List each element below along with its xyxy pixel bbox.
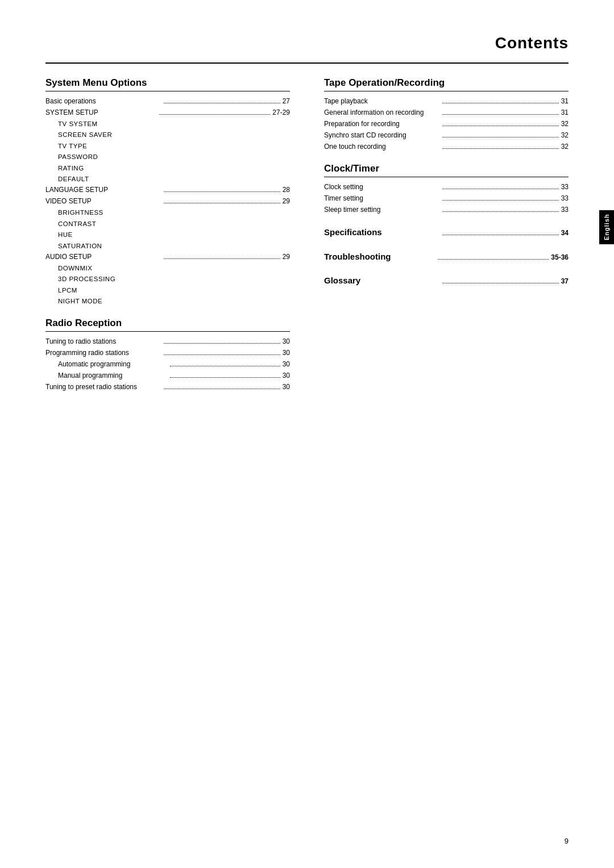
toc-entry-basic-operations: Basic operations 27 bbox=[45, 96, 290, 106]
toc-entry-audio-setup: AUDIO SETUP 29 bbox=[45, 252, 290, 262]
indent-contrast: CONTRAST bbox=[45, 219, 290, 229]
top-divider bbox=[45, 62, 569, 64]
indent-night-mode: NIGHT MODE bbox=[45, 296, 290, 306]
toc-entry-tuning-to-radio: Tuning to radio stations 30 bbox=[45, 336, 290, 347]
toc-entry-automatic-programming: Automatic programming 30 bbox=[45, 359, 290, 369]
toc-entry-clock-setting: Clock setting 33 bbox=[324, 182, 569, 192]
indent-tv-system: TV SYSTEM bbox=[45, 119, 290, 129]
page-footer: 9 bbox=[565, 837, 569, 845]
page: English Contents System Menu Options Bas… bbox=[0, 0, 614, 868]
toc-entry-timer-setting: Timer setting 33 bbox=[324, 193, 569, 203]
language-tab: English bbox=[599, 210, 614, 244]
toc-entry-general-info-recording: General information on recording 31 bbox=[324, 107, 569, 118]
toc-entry-one-touch-recording: One touch recording 32 bbox=[324, 141, 569, 152]
toc-entry-sleep-timer: Sleep timer setting 33 bbox=[324, 205, 569, 215]
toc-entry-language-setup: LANGUAGE SETUP 28 bbox=[45, 185, 290, 195]
page-number: 9 bbox=[565, 837, 569, 845]
left-column: System Menu Options Basic operations 27 … bbox=[45, 77, 290, 403]
section-glossary: Glossary 37 bbox=[324, 274, 569, 287]
indent-tv-type: TV TYPE bbox=[45, 141, 290, 151]
toc-entry-programming-radio: Programming radio stations 30 bbox=[45, 348, 290, 358]
toc-entry-tape-playback: Tape playback 31 bbox=[324, 96, 569, 106]
section-clock-timer: Clock/Timer Clock setting 33 Timer setti… bbox=[324, 163, 569, 215]
section-title-tape-operation: Tape Operation/Recording bbox=[324, 77, 569, 91]
indent-downmix: DOWNMIX bbox=[45, 263, 290, 273]
section-title-system-menu: System Menu Options bbox=[45, 77, 290, 91]
toc-entry-specifications: Specifications 34 bbox=[324, 226, 569, 239]
section-title-clock-timer: Clock/Timer bbox=[324, 163, 569, 177]
indent-3d-processing: 3D PROCESSING bbox=[45, 274, 290, 284]
toc-entry-video-setup: VIDEO SETUP 29 bbox=[45, 196, 290, 206]
section-radio-reception: Radio Reception Tuning to radio stations… bbox=[45, 318, 290, 392]
toc-entry-synchro-start: Synchro start CD recording 32 bbox=[324, 130, 569, 140]
indent-default: DEFAULT bbox=[45, 174, 290, 184]
page-title: Contents bbox=[45, 34, 569, 52]
section-title-radio-reception: Radio Reception bbox=[45, 318, 290, 332]
indent-lpcm: LPCM bbox=[45, 285, 290, 295]
indent-hue: HUE bbox=[45, 229, 290, 240]
indent-screen-saver: SCREEN SAVER bbox=[45, 130, 290, 140]
toc-entry-troubleshooting: Troubleshooting 35-36 bbox=[324, 251, 569, 264]
toc-entry-manual-programming: Manual programming 30 bbox=[45, 370, 290, 381]
indent-rating: RATING bbox=[45, 163, 290, 173]
section-tape-operation: Tape Operation/Recording Tape playback 3… bbox=[324, 77, 569, 152]
indent-saturation: SATURATION bbox=[45, 241, 290, 251]
content-columns: System Menu Options Basic operations 27 … bbox=[45, 77, 569, 403]
section-system-menu: System Menu Options Basic operations 27 … bbox=[45, 77, 290, 306]
toc-entry-preparation-recording: Preparation for recording 32 bbox=[324, 119, 569, 129]
right-column: Tape Operation/Recording Tape playback 3… bbox=[324, 77, 569, 299]
toc-entry-system-setup: SYSTEM SETUP 27-29 bbox=[45, 107, 290, 118]
indent-password: PASSWORD bbox=[45, 152, 290, 162]
indent-brightness: BRIGHTNESS bbox=[45, 207, 290, 218]
toc-entry-glossary: Glossary 37 bbox=[324, 274, 569, 287]
section-troubleshooting: Troubleshooting 35-36 bbox=[324, 251, 569, 264]
toc-entry-preset-stations: Tuning to preset radio stations 30 bbox=[45, 382, 290, 392]
section-specifications: Specifications 34 bbox=[324, 226, 569, 239]
